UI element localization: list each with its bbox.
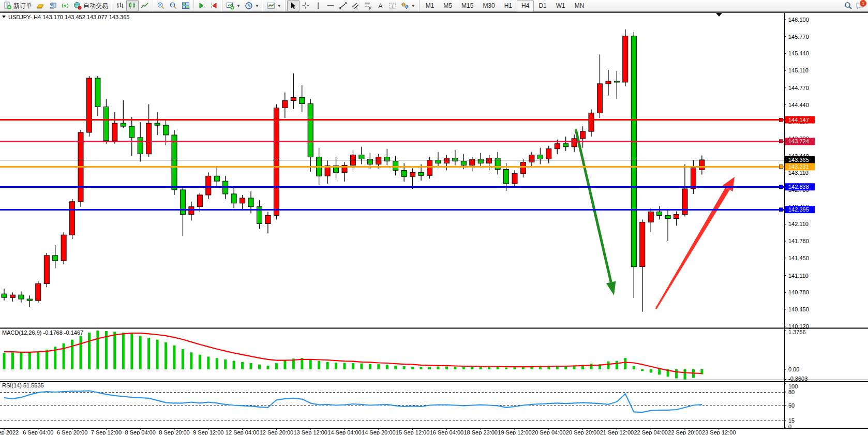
symbol-label: USDJPY-,H4 143.170 143.452 143.077 143.3…: [8, 14, 129, 20]
toolbar-group: [153, 0, 193, 11]
timeframe-mn-button[interactable]: MN: [570, 0, 589, 12]
svg-text:146.100: 146.100: [788, 17, 809, 23]
toolbar-group: [193, 0, 222, 11]
auto-scroll-button[interactable]: [208, 0, 220, 11]
depth-of-market-button[interactable]: [47, 0, 59, 11]
chevron-down-icon: ▼: [255, 4, 259, 8]
mt4-window: 新订单自动交易▼▼▼EFAT▼M1M5M15M30H1H4D1W1MN1 146…: [0, 0, 868, 435]
svg-text:145.440: 145.440: [788, 50, 809, 56]
svg-text:12 Sep 04:00: 12 Sep 04:00: [226, 429, 259, 435]
chevron-down-icon: ▼: [236, 4, 241, 8]
timeframe-w1-button[interactable]: W1: [551, 0, 570, 12]
svg-text:144.147: 144.147: [788, 117, 809, 123]
svg-text:14 Sep 20:00: 14 Sep 20:00: [362, 429, 395, 435]
svg-text:142.395: 142.395: [788, 206, 809, 213]
label-icon: T: [388, 2, 397, 10]
line-chart-button[interactable]: [139, 0, 151, 11]
svg-text:143.231: 143.231: [788, 163, 809, 170]
timeframe-h1-button[interactable]: H1: [500, 0, 517, 12]
svg-text:143.110: 143.110: [788, 170, 809, 176]
svg-text:E: E: [356, 6, 359, 10]
auto-trading-button[interactable]: 自动交易: [71, 0, 110, 11]
svg-text:6 Sep 20:00: 6 Sep 20:00: [57, 429, 87, 435]
svg-text:22 Sep 04:00: 22 Sep 04:00: [634, 429, 667, 435]
svg-text:20 Sep 20:00: 20 Sep 20:00: [566, 429, 600, 435]
crosshair-button[interactable]: [300, 0, 312, 11]
auto-scroll-icon: [210, 2, 218, 10]
svg-text:143.365: 143.365: [788, 157, 809, 163]
timeframe-m1-button[interactable]: M1: [421, 0, 439, 12]
toolbar-right: 1: [844, 2, 868, 10]
period-clock-button[interactable]: ▼: [243, 0, 261, 11]
indicators-button[interactable]: ▼: [265, 0, 283, 11]
candlestick-chart-icon: [128, 2, 137, 10]
svg-text:12 Sep 20:00: 12 Sep 20:00: [260, 429, 293, 435]
fibonacci-button[interactable]: F: [362, 0, 374, 11]
shapes-icon: [401, 2, 409, 10]
timeframe-m15-button[interactable]: M15: [457, 0, 478, 12]
svg-text:9 Sep 12:00: 9 Sep 12:00: [193, 429, 223, 435]
new-chart-icon: [226, 2, 234, 10]
timeframe-group: M1M5M15M30H1H4D1W1MN: [419, 0, 591, 11]
svg-text:8 Sep 20:00: 8 Sep 20:00: [159, 429, 189, 435]
auto-trading-icon: [73, 2, 82, 10]
cursor-icon: [289, 2, 297, 10]
toolbar-group: ▼▼: [222, 0, 263, 11]
toolbar-group: [112, 0, 153, 11]
svg-text:23 Sep 12:00: 23 Sep 12:00: [702, 429, 736, 435]
svg-text:13 Sep 12:00: 13 Sep 12:00: [293, 429, 327, 435]
timeframe-m30-button[interactable]: M30: [478, 0, 499, 12]
svg-text:1.3756: 1.3756: [788, 329, 806, 335]
signal-button[interactable]: [59, 0, 71, 11]
label-button[interactable]: T: [386, 0, 399, 11]
svg-text:143.724: 143.724: [788, 138, 809, 144]
zoom-in-button[interactable]: [155, 0, 167, 11]
shapes-button[interactable]: ▼: [399, 0, 417, 11]
svg-text:141.110: 141.110: [788, 273, 809, 279]
zoom-out-icon: [169, 2, 177, 10]
svg-text:142.838: 142.838: [788, 184, 809, 190]
toolbar-group: ▼: [263, 0, 285, 11]
notification-badge: 1: [859, 0, 867, 7]
timeframe-m5-button[interactable]: M5: [439, 0, 457, 12]
svg-text:145.770: 145.770: [788, 34, 809, 40]
auto-trading-label: 自动交易: [83, 2, 108, 10]
svg-text:140.450: 140.450: [788, 306, 809, 312]
svg-text:21 Sep 12:00: 21 Sep 12:00: [600, 429, 634, 435]
period-clock-icon: [245, 2, 253, 10]
horizontal-line-icon: [326, 2, 335, 10]
timeframe-d1-button[interactable]: D1: [534, 0, 551, 12]
gold-icon: [36, 2, 44, 10]
svg-text:50: 50: [788, 402, 795, 409]
time-axis: 5 Sep 20226 Sep 04:006 Sep 20:007 Sep 12…: [0, 428, 736, 435]
gold-button[interactable]: [34, 0, 47, 11]
bar-chart-button[interactable]: [114, 0, 126, 11]
depth-of-market-icon: [49, 2, 57, 10]
chat-button[interactable]: 1: [856, 2, 864, 10]
horizontal-line-button[interactable]: [324, 0, 337, 11]
search-icon[interactable]: [844, 2, 852, 10]
candlestick-chart-button[interactable]: [126, 0, 139, 11]
bar-chart-icon: [116, 2, 124, 10]
channel-button[interactable]: E: [349, 0, 362, 11]
svg-text:0.00: 0.00: [788, 366, 799, 372]
chevron-down-icon: ▼: [411, 4, 415, 8]
zoom-out-button[interactable]: [167, 0, 179, 11]
svg-text:142.110: 142.110: [788, 221, 809, 227]
signal-icon: [61, 2, 69, 10]
cursor-button[interactable]: [287, 0, 300, 11]
new-chart-button[interactable]: ▼: [224, 0, 243, 11]
timeframe-h4-button[interactable]: H4: [517, 0, 534, 12]
tile-windows-button[interactable]: [179, 0, 192, 11]
new-order-icon: [4, 2, 12, 10]
text-button[interactable]: A: [374, 0, 386, 11]
svg-text:144.770: 144.770: [788, 85, 809, 91]
vertical-line-button[interactable]: [312, 0, 324, 11]
toolbar: 新订单自动交易▼▼▼EFAT▼M1M5M15M30H1H4D1W1MN1: [0, 0, 868, 12]
chart-shift-button[interactable]: [196, 0, 208, 11]
chart-canvas[interactable]: 146.100145.770145.440145.110144.770144.4…: [0, 0, 868, 435]
svg-text:0: 0: [788, 424, 791, 430]
trendline-button[interactable]: [337, 0, 349, 11]
chevron-down-icon: ▼: [277, 4, 281, 8]
new-order-button[interactable]: 新订单: [2, 0, 34, 11]
